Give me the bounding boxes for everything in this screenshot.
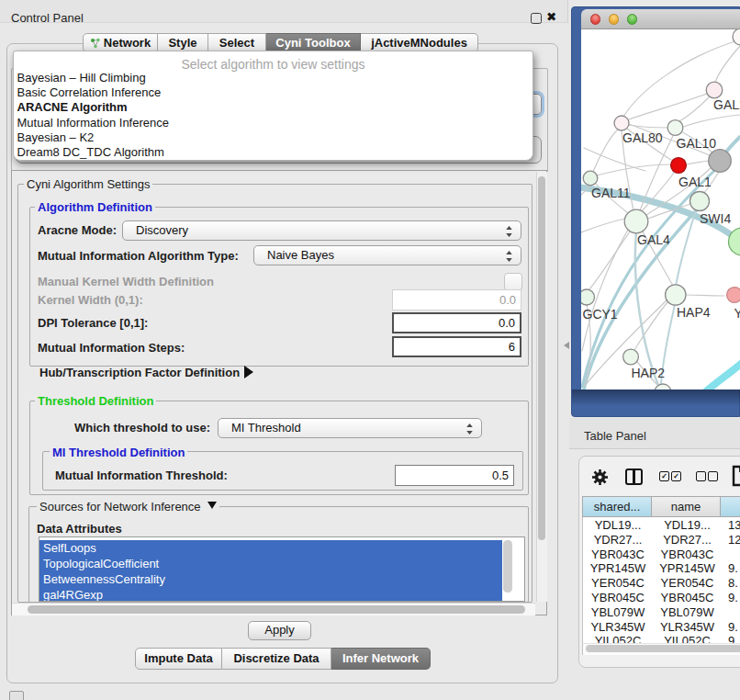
dpi-tolerance-field[interactable]: 0.0 (392, 312, 521, 333)
node-label: GAL4 (637, 232, 670, 247)
cell-value: 9. (728, 620, 740, 634)
deselect-all-checkbox-icon[interactable] (708, 471, 718, 481)
sources-group-title[interactable]: Sources for Network Inference (37, 500, 219, 514)
network-edge[interactable] (629, 94, 707, 119)
network-window-titlebar[interactable] (581, 9, 740, 29)
zoom-traffic-light-icon[interactable] (627, 14, 638, 25)
network-node-gal2[interactable] (706, 82, 723, 98)
show-column-panel-icon[interactable] (625, 469, 643, 485)
hub-definition-label[interactable]: Hub/Transcription Factor Definition (39, 366, 240, 379)
tab-cyni-toolbox[interactable]: Cyni Toolbox (266, 33, 361, 52)
splitpane-collapse-arrow-icon[interactable] (564, 342, 569, 349)
table-row[interactable]: YDL19...YDL19...13 (583, 517, 740, 532)
algorithm-option[interactable]: ARACNE Algorithm (14, 100, 533, 115)
network-edge[interactable] (705, 364, 740, 390)
tab-infer-network[interactable]: Infer Network (331, 648, 431, 670)
tab-style[interactable]: Style (158, 33, 208, 52)
table-row[interactable]: YBR043CYBR043C (583, 547, 740, 561)
collapse-arrow-icon[interactable] (207, 502, 217, 509)
manual-kernel-width-checkbox[interactable] (504, 273, 522, 291)
table-row[interactable]: YER054CYER054C8. (583, 575, 740, 590)
column-header-name[interactable]: name (652, 496, 721, 517)
network-canvas[interactable]: GAL2GAL80GAL10GAL1GAL11SWI4GAL4GCY1HAP4Y… (581, 29, 740, 390)
attribute-item[interactable]: gal4RGexp (39, 587, 502, 602)
network-node-gal10[interactable] (667, 120, 683, 136)
network-node-gal80[interactable] (614, 116, 629, 130)
network-node-gal11[interactable] (583, 171, 598, 186)
network-node-y[interactable] (727, 288, 740, 303)
tab-select[interactable]: Select (208, 33, 266, 52)
column-header-shared...[interactable]: shared... (582, 496, 652, 517)
network-edge[interactable] (581, 219, 625, 232)
tab-impute-data[interactable]: Impute Data (135, 648, 222, 670)
network-node[interactable] (733, 29, 740, 45)
cell-shared-name: YER054C (583, 576, 653, 590)
network-edge[interactable] (683, 115, 740, 127)
network-edge[interactable] (593, 130, 618, 172)
tab-discretize-data[interactable]: Discretize Data (222, 648, 331, 670)
network-edge[interactable] (686, 161, 709, 164)
network-node-gal1[interactable] (671, 158, 687, 174)
network-edge[interactable] (685, 295, 724, 296)
kernel-width-field[interactable]: 0.0 (392, 289, 521, 310)
table-row[interactable]: YPR145WYPR145W9. (583, 560, 740, 575)
attribute-list-scrollbar-thumb[interactable] (503, 540, 512, 593)
attribute-item[interactable]: SelfLoops (39, 540, 502, 556)
network-node[interactable] (709, 150, 732, 173)
attribute-item[interactable]: BetweennessCentrality (39, 571, 502, 587)
close-icon[interactable]: ✖ (546, 9, 556, 24)
algorithm-option[interactable]: Basic Correlation Inference (14, 85, 533, 100)
network-edge[interactable] (715, 46, 740, 83)
new-table-file-icon[interactable] (732, 465, 740, 487)
table-row[interactable]: YIL052CYIL052C9 (583, 633, 740, 643)
node-label: GCY1 (583, 307, 618, 322)
mi-threshold-field[interactable]: 0.5 (395, 465, 514, 486)
network-node-hap4[interactable] (666, 285, 686, 305)
algorithm-option[interactable]: Dream8 DC_TDC Algorithm (14, 145, 533, 160)
mi-steps-label: Mutual Information Steps: (38, 341, 185, 355)
cell-name: YBL079W (653, 605, 722, 619)
table-hscrollbar-thumb[interactable] (586, 645, 740, 652)
float-window-icon[interactable] (531, 13, 542, 24)
close-traffic-light-icon[interactable] (590, 14, 601, 25)
network-edge[interactable] (597, 164, 671, 175)
network-edge[interactable] (640, 136, 673, 210)
table-row[interactable]: YBL079WYBL079W (583, 604, 740, 619)
algorithm-option[interactable]: Bayesian – Hill Climbing (14, 71, 533, 85)
desktop: Control Panel ✖ NetworkStyleSelectCyni T… (0, 0, 740, 700)
node-label: Y (734, 306, 740, 321)
which-threshold-combobox[interactable]: MI Threshold (218, 418, 482, 438)
dock-mini-button[interactable] (9, 691, 24, 700)
network-node-swi4[interactable] (690, 192, 710, 211)
mi-algorithm-type-combobox[interactable]: Naive Bayes (253, 245, 521, 265)
data-attributes-list[interactable]: SelfLoopsTopologicalCoefficientBetweenne… (39, 536, 525, 602)
tab-network[interactable]: Network (83, 33, 158, 52)
table-row[interactable]: YBR045CYBR045C9. (583, 590, 740, 604)
settings-gear-icon[interactable] (591, 469, 609, 486)
deselect-all-checkbox-icon[interactable] (696, 471, 706, 481)
apply-button[interactable]: Apply (248, 621, 311, 640)
column-header-attribute[interactable] (721, 496, 740, 517)
expand-arrow-icon[interactable] (244, 366, 253, 378)
network-node-hap2[interactable] (623, 349, 639, 365)
popup-hint: Select algorithm to view settings (14, 51, 533, 71)
algorithm-option[interactable]: Bayesian – K2 (14, 130, 533, 145)
table-row[interactable]: YLR345WYLR345W9. (583, 619, 740, 634)
algorithm-option[interactable]: Mutual Information Inference (14, 116, 533, 130)
tab-label: Impute Data (144, 651, 212, 665)
network-node-gcy1[interactable] (581, 289, 595, 305)
table-row[interactable]: YDR27...YDR27...12 (583, 532, 740, 547)
minimize-traffic-light-icon[interactable] (609, 14, 620, 25)
settings-hscrollbar-thumb[interactable] (28, 605, 525, 614)
network-node-gal4[interactable] (624, 209, 648, 233)
network-edge[interactable] (679, 96, 710, 121)
attribute-item[interactable]: TopologicalCoefficient (39, 556, 502, 571)
aracne-mode-combobox[interactable]: Discovery (122, 220, 521, 241)
settings-vscrollbar-thumb[interactable] (538, 176, 545, 540)
tab-jactivemnodules[interactable]: jActiveMNodules (361, 33, 478, 52)
bottom-tabbar: Impute DataDiscretize DataInfer Network (135, 648, 431, 669)
select-all-checkbox-icon[interactable]: ✓ (659, 471, 669, 481)
mi-steps-field[interactable]: 6 (392, 336, 521, 357)
mi-threshold-definition-title: MI Threshold Definition (50, 446, 187, 459)
select-all-checkbox-icon[interactable]: ✓ (671, 471, 681, 481)
